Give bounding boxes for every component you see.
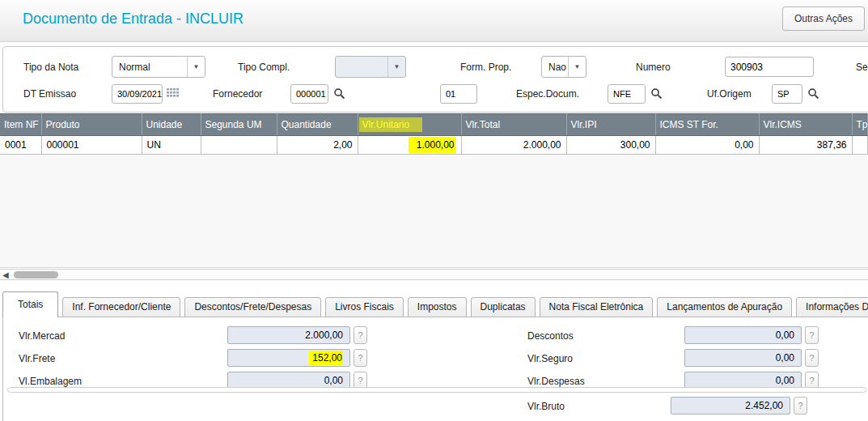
calendar-icon[interactable] (165, 86, 180, 100)
vlr-bruto-input[interactable]: 2.452,00 (671, 397, 790, 415)
serie-label: Ser (856, 62, 868, 73)
help-icon[interactable]: ? (794, 397, 807, 415)
help-icon[interactable]: ? (805, 326, 819, 344)
tipo-da-nota-select[interactable]: Normal ▼ (112, 56, 205, 78)
espec-docum-label: Espec.Docum. (516, 88, 579, 100)
tab-duplicatas[interactable]: Duplicatas (471, 297, 536, 317)
search-icon[interactable] (649, 86, 663, 100)
col-header-produto[interactable]: Produto (41, 114, 142, 136)
scroll-left-icon[interactable]: ◀ (2, 270, 9, 279)
espec-docum-input[interactable]: NFE (608, 84, 646, 104)
search-icon[interactable] (332, 86, 346, 100)
scrollbar-thumb[interactable] (14, 271, 58, 279)
cell-quantidade[interactable]: 2,00 (277, 136, 358, 155)
grid-horizontal-scrollbar[interactable]: ◀ (0, 269, 868, 280)
tab-totais[interactable]: Totais (2, 291, 58, 317)
grid-header-row: Item NF Produto Unidade Segunda UM Quant… (0, 114, 868, 136)
title-bar: Documento de Entrada - INCLUIR Outras Aç… (0, 0, 868, 42)
panel-horizontal-scrollbar[interactable] (7, 387, 866, 393)
tipo-da-nota-label: Tipo da Nota (23, 62, 78, 73)
descontos-label: Descontos (527, 330, 574, 342)
highlighted-cell-value: 1.000,00 (409, 137, 456, 153)
vlr-frete-input[interactable]: 152,00 (227, 349, 350, 367)
col-header-tp[interactable]: Tp. (852, 114, 868, 136)
cell-segunda-um[interactable] (201, 136, 277, 155)
chevron-down-icon: ▼ (387, 57, 405, 77)
cell-item-nf[interactable]: 0001 (0, 136, 41, 155)
cell-vlr-ipi[interactable]: 300,00 (566, 136, 655, 155)
col-header-unidade[interactable]: Unidade (142, 114, 201, 136)
tipo-da-nota-value: Normal (112, 62, 187, 73)
cell-vlr-total[interactable]: 2.000,00 (461, 136, 566, 155)
form-prop-select[interactable]: Nao ▼ (541, 56, 586, 78)
help-icon[interactable]: ? (805, 349, 819, 367)
col-header-quantidade[interactable]: Quantidade (277, 114, 358, 136)
table-row[interactable]: 0001 000001 UN 2,00 1.000,00 2.000,00 30… (0, 136, 868, 155)
cell-vlr-icms[interactable]: 387,36 (759, 136, 852, 155)
numero-label: Numero (636, 62, 671, 73)
tab-inf-fornecedor-cliente[interactable]: Inf. Fornecedor/Cliente (62, 297, 180, 317)
col-header-vlr-ipi[interactable]: Vlr.IPI (566, 114, 655, 136)
highlighted-frete-value: 152,00 (309, 351, 343, 365)
cell-vlr-unitario[interactable]: 1.000,00 (358, 136, 461, 155)
cell-produto[interactable]: 000001 (41, 136, 142, 155)
descontos-input[interactable]: 0,00 (684, 326, 802, 344)
loja-input[interactable]: 01 (440, 84, 477, 104)
document-header-form: Tipo da Nota Normal ▼ Tipo Compl. ▼ Form… (2, 46, 868, 113)
vl-embalagem-label: Vl.Embalagem (19, 376, 82, 387)
col-header-icms-st-for[interactable]: ICMS ST For. (655, 114, 759, 136)
uf-origem-input[interactable]: SP (772, 84, 802, 104)
highlighted-column-label: Vlr.Unitario (359, 117, 423, 132)
col-header-item-nf[interactable]: Item NF (0, 114, 41, 136)
tipo-compl-select[interactable]: ▼ (335, 56, 406, 78)
dt-emissao-label: DT Emissao (23, 88, 76, 100)
vlr-seguro-label: Vlr.Seguro (527, 353, 573, 364)
tab-livros-fiscais[interactable]: Livros Fiscais (325, 297, 404, 317)
tab-nota-fiscal-eletronica[interactable]: Nota Fiscal Eletrônica (540, 297, 654, 317)
vlr-despesas-label: Vlr.Despesas (527, 376, 585, 387)
col-header-vlr-icms[interactable]: Vlr.ICMS (759, 114, 852, 136)
vlr-bruto-label: Vlr.Bruto (527, 401, 565, 412)
dt-emissao-input[interactable]: 30/09/2021 (112, 84, 163, 104)
cell-unidade[interactable]: UN (142, 136, 201, 155)
fornecedor-input[interactable]: 000001 (290, 84, 328, 104)
vlr-seguro-input[interactable]: 0,00 (684, 349, 802, 367)
tipo-compl-label: Tipo Compl. (238, 62, 290, 73)
help-icon[interactable]: ? (354, 326, 367, 344)
numero-input[interactable]: 300903 (725, 57, 814, 77)
col-header-vlr-unitario[interactable]: Vlr.Unitario (358, 114, 461, 136)
page-title: Documento de Entrada - INCLUIR (23, 11, 243, 28)
col-header-segunda-um[interactable]: Segunda UM (201, 114, 277, 136)
totais-panel: Vlr.Mercad 2.000,00 ? Descontos 0,00 ? V… (2, 317, 868, 421)
fornecedor-label: Fornecedor (213, 88, 262, 100)
vlr-mercad-input[interactable]: 2.000,00 (227, 326, 350, 344)
vlr-frete-label: Vlr.Frete (19, 353, 55, 364)
chevron-down-icon: ▼ (187, 57, 205, 77)
document-entry-screen: Documento de Entrada - INCLUIR Outras Aç… (0, 0, 868, 421)
tab-impostos[interactable]: Impostos (408, 297, 467, 317)
help-icon[interactable]: ? (354, 349, 367, 367)
form-prop-label: Form. Prop. (460, 62, 511, 73)
col-header-vlr-total[interactable]: Vlr.Total (461, 114, 566, 136)
outras-acoes-button[interactable]: Outras Ações (782, 6, 865, 31)
items-grid: Item NF Produto Unidade Segunda UM Quant… (0, 113, 868, 268)
cell-icms-st-for[interactable]: 0,00 (655, 136, 759, 155)
cell-tp[interactable] (852, 136, 868, 155)
uf-origem-label: Uf.Origem (707, 88, 752, 100)
search-icon[interactable] (806, 86, 820, 100)
tab-bar: Totais Inf. Fornecedor/Cliente Descontos… (2, 291, 868, 317)
tab-descontos-frete-despesas[interactable]: Descontos/Frete/Despesas (184, 297, 321, 317)
tab-informacoes-danfe[interactable]: Informações DANFE (796, 297, 868, 317)
chevron-down-icon: ▼ (568, 57, 586, 77)
tab-lancamentos-de-apuracao[interactable]: Lançamentos de Apuração (657, 297, 792, 317)
vlr-mercad-label: Vlr.Mercad (19, 330, 65, 342)
form-prop-value: Nao (542, 62, 568, 73)
